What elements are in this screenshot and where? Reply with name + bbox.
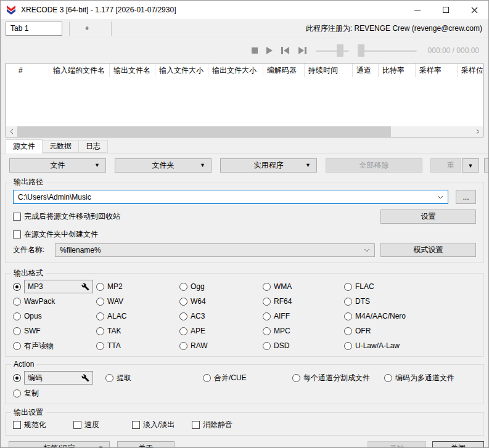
- format-radio-wavpack[interactable]: WavPack: [13, 297, 55, 306]
- radio-icon: [344, 312, 352, 320]
- output-settings-group-label: 输出设置: [11, 407, 46, 417]
- column-header-input-size[interactable]: 输入文件大小: [155, 63, 208, 77]
- column-header-bitrate[interactable]: 比特率: [379, 63, 416, 77]
- clipped-dropdown-button[interactable]: ▼: [462, 158, 479, 173]
- column-header-duration[interactable]: 持续时间: [305, 63, 353, 77]
- column-header-codec[interactable]: 编解码器: [263, 63, 305, 77]
- tab-metadata-label: 元数据: [49, 141, 72, 152]
- seek-slider[interactable]: [358, 44, 417, 57]
- filename-pattern-combobox[interactable]: %filename%: [55, 243, 375, 257]
- normalize-checkbox[interactable]: 规范化: [13, 420, 46, 430]
- tab-1-label: Tab 1: [10, 24, 28, 33]
- tags-settings-button[interactable]: 标签/设定 ▼: [9, 441, 110, 448]
- format-radio-dts[interactable]: DTS: [344, 297, 370, 306]
- minimize-button[interactable]: [403, 1, 432, 19]
- format-radio-aiff[interactable]: AIFF: [263, 312, 290, 320]
- browse-button[interactable]: ...: [456, 190, 476, 204]
- column-header-channels[interactable]: 通道: [353, 63, 379, 77]
- action-radio-split-channels[interactable]: 每个通道分割成文件: [292, 373, 370, 383]
- format-radio-rf64[interactable]: RF64: [263, 297, 292, 306]
- format-radio-wav[interactable]: WAV: [96, 297, 123, 306]
- action-radio-multichannel[interactable]: 编码为多通道文件: [384, 373, 454, 383]
- format-label: MPC: [274, 327, 290, 335]
- format-radio-mpc[interactable]: MPC: [263, 327, 290, 335]
- format-radio-swf[interactable]: SWF: [13, 327, 41, 335]
- format-radio-opus[interactable]: Opus: [13, 312, 42, 320]
- maximize-button[interactable]: [432, 1, 460, 19]
- wrench-icon[interactable]: [81, 374, 89, 382]
- format-radio-audiobook[interactable]: 有声读物: [13, 341, 54, 351]
- format-radio-ogg[interactable]: Ogg: [179, 282, 205, 291]
- wrench-icon[interactable]: [81, 283, 89, 291]
- speed-checkbox[interactable]: 速度: [73, 420, 99, 430]
- format-label: AIFF: [274, 312, 290, 320]
- scroll-right-button[interactable]: [472, 126, 483, 137]
- action-radio-merge-cue[interactable]: 合并/CUE: [203, 373, 247, 383]
- format-radio-ofr[interactable]: OFR: [344, 327, 371, 335]
- column-header-input-filename[interactable]: 输入端的文件名: [49, 63, 110, 77]
- seek-slider-thumb[interactable]: [358, 44, 364, 57]
- close-button[interactable]: [460, 1, 488, 19]
- output-path-combobox[interactable]: C:\Users\Admin\Music: [13, 190, 448, 204]
- format-radio-flac[interactable]: FLAC: [344, 282, 374, 291]
- format-radio-mp2[interactable]: MP2: [96, 282, 123, 291]
- format-radio-ac3[interactable]: AC3: [179, 312, 205, 320]
- format-radio-alac[interactable]: ALAC: [96, 312, 126, 320]
- format-radio-raw[interactable]: RAW: [179, 341, 208, 350]
- about-button[interactable]: 关于: [117, 441, 175, 448]
- column-header-output-size[interactable]: 输出文件大小: [208, 63, 263, 77]
- scrollbar-thumb[interactable]: [17, 126, 391, 137]
- volume-slider-thumb[interactable]: [337, 44, 343, 57]
- tab-1[interactable]: Tab 1: [6, 22, 62, 36]
- format-radio-w64[interactable]: W64: [179, 297, 206, 306]
- fade-checkbox[interactable]: 淡入/淡出: [132, 420, 175, 430]
- mp3-options-box[interactable]: MP3: [24, 280, 93, 293]
- tab-log[interactable]: 日志: [78, 140, 108, 153]
- format-radio-mp3[interactable]: MP3: [13, 280, 93, 293]
- stop-icon: [252, 47, 258, 54]
- format-radio-ape[interactable]: APE: [179, 327, 205, 335]
- tab-metadata[interactable]: 元数据: [42, 140, 79, 153]
- column-header-output-filename[interactable]: 输出文件名: [110, 63, 155, 77]
- close-app-button[interactable]: 关闭: [432, 441, 484, 448]
- volume-slider[interactable]: [316, 44, 349, 57]
- time-display: 000:00 / 000:00: [428, 46, 479, 55]
- folder-menu-button[interactable]: 文件夹 ▼: [115, 158, 212, 173]
- column-header-samplebits[interactable]: 采样位数: [458, 63, 483, 77]
- format-label: U-Law/A-Law: [355, 341, 400, 350]
- stop-button[interactable]: [252, 47, 258, 54]
- next-button[interactable]: [298, 47, 307, 54]
- action-radio-encode[interactable]: 编码: [13, 371, 93, 385]
- horizontal-scrollbar[interactable]: [6, 126, 483, 137]
- create-in-source-checkbox[interactable]: 在源文件夹中创建文件: [13, 229, 98, 240]
- file-menu-button[interactable]: 文件 ▼: [9, 158, 106, 173]
- format-radio-tta[interactable]: TTA: [96, 341, 121, 350]
- column-header-samplerate[interactable]: 采样率: [416, 63, 458, 77]
- action-radio-copy[interactable]: 复制: [13, 388, 39, 399]
- file-list-body[interactable]: [6, 77, 483, 126]
- remove-silence-checkbox[interactable]: 消除静音: [192, 420, 232, 430]
- window-controls: [403, 1, 488, 19]
- add-tab-button[interactable]: +: [70, 22, 104, 36]
- format-radio-dsd[interactable]: DSD: [263, 341, 289, 350]
- action-radio-extract[interactable]: 提取: [105, 373, 131, 383]
- column-header-index[interactable]: #: [6, 63, 49, 77]
- utilities-menu-button[interactable]: 实用程序 ▼: [220, 158, 317, 173]
- app-logo-icon: [6, 5, 16, 15]
- radio-icon: [13, 342, 21, 350]
- format-radio-m4a[interactable]: M4A/AAC/Nero: [344, 312, 406, 320]
- scroll-left-button[interactable]: [6, 126, 17, 137]
- format-radio-ulaw[interactable]: U-Law/A-Law: [344, 341, 400, 350]
- play-button[interactable]: [266, 47, 273, 54]
- previous-button[interactable]: [281, 47, 290, 54]
- tab-source-files[interactable]: 源文件: [6, 139, 43, 153]
- pattern-settings-button[interactable]: 模式设置: [380, 243, 476, 257]
- encode-options-box[interactable]: 编码: [24, 371, 93, 385]
- format-radio-wma[interactable]: WMA: [263, 282, 292, 291]
- remove-silence-label: 消除静音: [203, 420, 232, 430]
- close-icon: [471, 7, 478, 14]
- move-to-recycle-checkbox[interactable]: 完成后将源文件移动到回收站: [13, 211, 120, 222]
- format-radio-tak[interactable]: TAK: [96, 327, 121, 335]
- scrollbar-track[interactable]: [17, 126, 472, 137]
- settings-button[interactable]: 设置: [380, 210, 476, 224]
